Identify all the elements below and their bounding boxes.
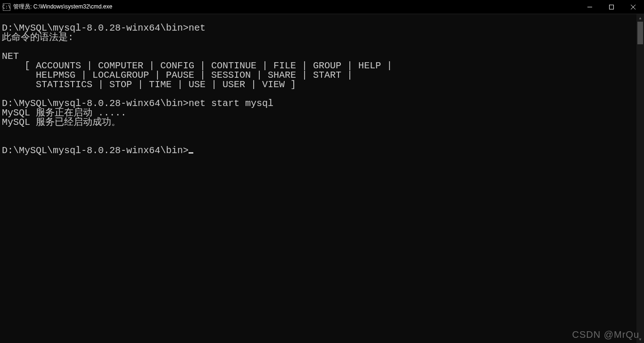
- terminal-output: D:\MySQL\mysql-8.0.28-winx64\bin>net 此命令…: [0, 14, 636, 343]
- close-icon: [631, 5, 636, 9]
- output-line: STATISTICS | STOP | TIME | USE | USER | …: [2, 79, 296, 90]
- cursor: [189, 152, 193, 154]
- scroll-thumb[interactable]: [637, 22, 643, 44]
- watermark: CSDN @MrQu: [572, 329, 639, 340]
- minimize-button[interactable]: [579, 0, 601, 14]
- output-line: 此命令的语法是:: [2, 32, 74, 43]
- scroll-up-icon[interactable]: ▲: [636, 14, 644, 22]
- cmd-icon: C:\: [3, 3, 10, 11]
- terminal-area[interactable]: D:\MySQL\mysql-8.0.28-winx64\bin>net 此命令…: [0, 14, 644, 343]
- scroll-track[interactable]: [636, 22, 644, 335]
- titlebar[interactable]: C:\ 管理员: C:\Windows\system32\cmd.exe: [0, 0, 644, 14]
- window-title: 管理员: C:\Windows\system32\cmd.exe: [13, 3, 112, 11]
- minimize-icon: [587, 5, 592, 9]
- maximize-button[interactable]: [601, 0, 622, 14]
- command-text: net: [189, 23, 206, 33]
- svg-rect-1: [610, 5, 614, 9]
- maximize-icon: [609, 5, 614, 9]
- prompt: D:\MySQL\mysql-8.0.28-winx64\bin>: [2, 145, 189, 156]
- output-line: MySQL 服务已经启动成功。: [2, 117, 121, 128]
- close-button[interactable]: [622, 0, 644, 14]
- vertical-scrollbar[interactable]: ▲ ▼: [636, 14, 644, 343]
- command-text: net start mysql: [189, 98, 273, 109]
- window-controls: [579, 0, 644, 14]
